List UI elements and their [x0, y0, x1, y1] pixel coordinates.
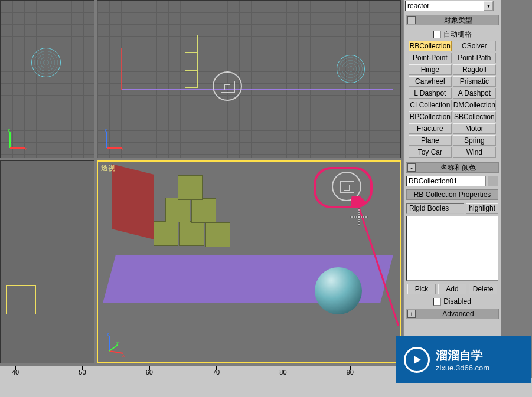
color-swatch[interactable]	[488, 176, 498, 186]
rigid-bodies-label: Rigid Bodies	[406, 203, 464, 214]
delete-button[interactable]: Delete	[469, 284, 497, 294]
svg-text:z: z	[8, 128, 10, 133]
viewport-area: z x z x 透视	[0, 0, 401, 365]
ruler-tick: 80	[279, 369, 286, 376]
reactor-helper-icon	[213, 71, 242, 101]
wireframe-box	[185, 53, 198, 70]
disabled-label: Disabled	[443, 297, 471, 306]
wireframe-box	[185, 70, 198, 88]
minus-icon: -	[407, 16, 416, 24]
wireframe-plane	[121, 89, 393, 90]
object-type-button[interactable]: Wind	[453, 147, 496, 158]
object-type-button[interactable]: SBCollection	[453, 111, 496, 122]
object-type-button[interactable]: Spring	[453, 135, 496, 146]
object-type-button[interactable]: CLCollection	[409, 100, 452, 110]
object-type-button[interactable]: Hinge	[409, 64, 452, 75]
object-type-button[interactable]: Motor	[453, 123, 496, 134]
disabled-checkbox[interactable]	[433, 298, 441, 306]
object-type-button[interactable]: DMCollection	[453, 100, 496, 110]
auto-grid-checkbox[interactable]	[433, 31, 441, 38]
ruler-tick: 40	[12, 369, 19, 376]
helper-category-dropdown[interactable]: reactor ▾	[405, 1, 494, 11]
svg-text:x: x	[121, 146, 123, 152]
scene-wall	[112, 164, 154, 239]
svg-text:y: y	[116, 340, 119, 345]
object-type-button[interactable]: Point-Path	[453, 53, 496, 63]
pick-button[interactable]: Pick	[407, 284, 436, 294]
svg-text:x: x	[122, 353, 125, 357]
object-type-button[interactable]: L Dashpot	[409, 88, 452, 99]
chevron-down-icon: ▾	[484, 1, 493, 11]
watermark-url: zixue.3d66.com	[436, 363, 489, 372]
wireframe-box	[185, 35, 198, 53]
svg-line-17	[109, 345, 118, 351]
wireframe-sphere	[31, 48, 61, 77]
rollout-title: 对象类型	[418, 15, 498, 25]
watermark-overlay: 溜溜自学 zixue.3d66.com	[396, 336, 531, 383]
object-type-button[interactable]: Point-Point	[409, 53, 452, 63]
axis-gizmo: z x	[103, 128, 127, 152]
object-type-button[interactable]: RBCollection	[409, 41, 452, 51]
scene-box	[165, 198, 190, 222]
scene-box	[154, 221, 178, 246]
object-type-button[interactable]: Toy Car	[409, 147, 452, 158]
rb-properties-bar[interactable]: RB Collection Properties	[406, 189, 498, 200]
object-type-button[interactable]: Fracture	[409, 123, 452, 134]
ruler-tick: 50	[79, 369, 86, 376]
viewport-bottom-left[interactable]	[0, 160, 94, 363]
rollout-advanced[interactable]: + Advanced	[406, 309, 499, 319]
wireframe-selection	[6, 285, 36, 314]
svg-text:z: z	[105, 128, 107, 133]
object-name-input[interactable]: RBCollection01	[406, 176, 486, 186]
object-type-button[interactable]: Ragdoll	[453, 64, 496, 75]
ruler-tick: 60	[146, 369, 153, 376]
highlight-button[interactable]: highlight	[466, 203, 498, 214]
object-type-grid: RBCollectionCSolverPoint-PointPoint-Path…	[406, 40, 498, 159]
watermark-title: 溜溜自学	[436, 347, 489, 363]
rollout-title: 名称和颜色	[418, 163, 498, 173]
command-panel: reactor ▾ - 对象类型 自动栅格 RBCollectionCSolve…	[403, 0, 501, 363]
dropdown-value: reactor	[407, 2, 429, 10]
object-type-button[interactable]: Prismatic	[453, 76, 496, 87]
object-type-button[interactable]: CSolver	[453, 41, 496, 51]
ruler-tick: 90	[347, 369, 354, 376]
svg-text:z: z	[107, 333, 109, 337]
scene-box	[205, 222, 230, 247]
axis-gizmo: z x y	[103, 333, 127, 357]
add-button[interactable]: Add	[438, 284, 466, 294]
object-type-button[interactable]: Carwheel	[409, 76, 452, 87]
viewport-top-right[interactable]: z x	[97, 0, 401, 158]
axis-gizmo: z x	[6, 128, 30, 152]
wireframe-wall	[121, 48, 123, 90]
minus-icon: -	[407, 163, 416, 172]
object-type-button[interactable]: RPCollection	[409, 111, 452, 122]
auto-grid-label: 自动栅格	[443, 29, 472, 40]
viewport-top-left[interactable]: z x	[0, 0, 94, 158]
viewport-label: 透视	[101, 163, 115, 173]
object-type-button[interactable]: Plane	[409, 135, 452, 146]
rigid-bodies-listbox[interactable]	[406, 216, 498, 281]
object-type-button[interactable]: A Dashpot	[453, 88, 496, 99]
scene-box	[179, 221, 204, 246]
rollout-object-type[interactable]: - 对象类型	[406, 15, 499, 25]
play-icon	[404, 347, 430, 373]
scene-box	[178, 175, 203, 200]
rollout-object-type-body: 自动栅格 RBCollectionCSolverPoint-PointPoint…	[404, 27, 501, 160]
rollout-name-color[interactable]: - 名称和颜色	[406, 162, 499, 173]
wireframe-sphere	[337, 55, 365, 83]
cursor-precision	[350, 208, 368, 226]
svg-line-15	[109, 351, 123, 353]
rollout-title: Advanced	[418, 310, 498, 318]
ruler-tick: 70	[213, 369, 220, 376]
scene-box	[191, 198, 216, 223]
svg-text:x: x	[24, 146, 27, 152]
viewport-perspective[interactable]: 透视	[97, 160, 401, 363]
